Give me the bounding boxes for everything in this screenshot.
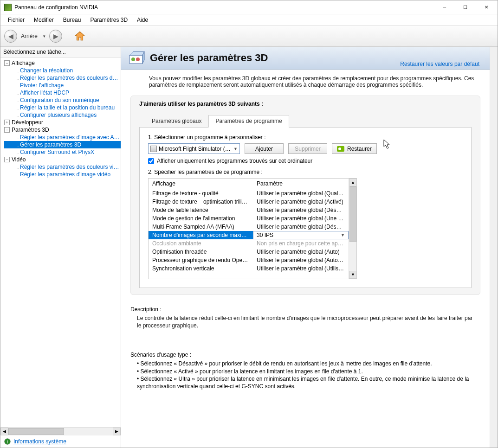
setting-name: Filtrage de texture – optimisation trili…	[149, 198, 253, 206]
setting-name: Multi-Frame Sampled AA (MFAA)	[149, 223, 253, 231]
tree-item[interactable]: Régler les paramètres des couleurs du bu…	[4, 74, 121, 82]
setting-name: Occlusion ambiante	[149, 239, 253, 248]
scroll-left-icon[interactable]: ◀	[0, 428, 8, 435]
titlebar: Panneau de configuration NVIDIA ─ ☐ ✕	[0, 0, 498, 14]
scroll-up-icon[interactable]: ▲	[349, 179, 357, 186]
nvidia-icon	[4, 4, 12, 11]
table-row[interactable]: Synchronisation verticaleUtiliser le par…	[149, 264, 349, 273]
svg-text:i: i	[7, 439, 8, 444]
scroll-thumb[interactable]	[349, 186, 356, 242]
sidebar-hscrollbar[interactable]: ◀ ▶	[0, 427, 121, 435]
setting-value: Non pris en charge pour cette applicatio…	[253, 239, 349, 248]
table-row[interactable]: Mode de gestion de l'alimentationUtilise…	[149, 214, 349, 223]
tree-group-3d[interactable]: − Paramètres 3D	[4, 126, 121, 134]
table-row[interactable]: Mode de faible latenceUtiliser le paramè…	[149, 206, 349, 214]
tree-group-affichage[interactable]: − Affichage	[4, 59, 121, 67]
tree-item[interactable]: Régler les paramètres d'image vidéo	[4, 171, 121, 178]
toolbar: ◀ Arrière ▾ ▶	[0, 26, 498, 47]
info-icon: i	[4, 438, 11, 445]
scroll-down-icon[interactable]: ▼	[349, 271, 357, 279]
description-head: Description :	[130, 306, 477, 313]
collapse-icon[interactable]: −	[4, 60, 10, 66]
toolbar-separator	[68, 29, 68, 43]
system-info-link[interactable]: Informations système	[13, 438, 66, 445]
setting-value[interactable]: 30 IPS▼	[253, 231, 349, 239]
panel-head: J'aimerais utiliser les paramètres 3D su…	[139, 101, 472, 111]
setting-name: Mode de faible latence	[149, 206, 253, 214]
setting-value: Utiliser le paramètre global (Autosélect…	[253, 256, 349, 264]
only-installed-input[interactable]	[148, 158, 154, 164]
tree-item-selected[interactable]: Gérer les paramètres 3D	[4, 141, 121, 148]
table-row[interactable]: Multi-Frame Sampled AA (MFAA)Utiliser le…	[149, 223, 349, 231]
tree-item[interactable]: Afficher l'état HDCP	[4, 89, 121, 96]
only-installed-checkbox[interactable]: Afficher uniquement les programmes trouv…	[148, 158, 463, 164]
tree-item[interactable]: Configuration du son numérique	[4, 96, 121, 104]
menu-bureau[interactable]: Bureau	[58, 15, 86, 25]
scenarios-head: Scénarios d'usage type :	[130, 352, 477, 358]
menu-parametres-3d[interactable]: Paramètres 3D	[85, 15, 132, 25]
maximize-button[interactable]: ☐	[455, 0, 476, 14]
history-dropdown-icon[interactable]: ▾	[43, 34, 45, 38]
menu-modifier[interactable]: Modifier	[29, 15, 58, 25]
table-row[interactable]: Filtrage de texture – optimisation trili…	[149, 198, 349, 206]
setting-name: Processeur graphique de rendu OpenGL	[149, 256, 253, 264]
back-label: Arrière	[21, 33, 38, 39]
setting-name: Filtrage de texture - qualité	[149, 189, 253, 198]
description-section: Description : Le contrôle de la latence …	[121, 300, 490, 333]
minimize-button[interactable]: ─	[434, 0, 455, 14]
window-title: Panneau de configuration NVIDIA	[14, 4, 434, 11]
tree-item[interactable]: Régler les paramètres des couleurs vidéo	[4, 163, 121, 171]
content-vscrollbar[interactable]	[490, 47, 498, 448]
tab-global[interactable]: Paramètres globaux	[145, 115, 208, 128]
table-row[interactable]: Nombre d'images par seconde maximal30 IP…	[149, 231, 349, 239]
tab-program[interactable]: Paramètres de programme	[208, 115, 289, 128]
tree-item[interactable]: Régler la taille et la position du burea…	[4, 104, 121, 111]
tree-item[interactable]: Configurer plusieurs affichages	[4, 111, 121, 119]
table-row[interactable]: Filtrage de texture - qualitéUtiliser le…	[149, 189, 349, 198]
description-body: Le contrôle de la latence réduit celle-c…	[130, 314, 477, 329]
tree-group-video[interactable]: − Vidéo	[4, 156, 121, 163]
settings-3d-icon	[127, 49, 145, 67]
forward-button[interactable]: ▶	[49, 30, 62, 43]
menubar: Fichier Modifier Bureau Paramètres 3D Ai…	[0, 14, 498, 26]
tree-item[interactable]: Pivoter l'affichage	[4, 82, 121, 89]
expand-icon[interactable]: +	[4, 120, 10, 125]
table-row[interactable]: Processeur graphique de rendu OpenGLUtil…	[149, 256, 349, 264]
table-row[interactable]: Occlusion ambianteNon pris en charge pou…	[149, 239, 349, 248]
menu-aide[interactable]: Aide	[132, 15, 153, 25]
app-window: Panneau de configuration NVIDIA ─ ☐ ✕ Fi…	[0, 0, 498, 448]
table-vscrollbar[interactable]: ▲ ▼	[349, 179, 356, 279]
sidebar-footer: i Informations système	[0, 435, 121, 448]
setting-value: Utiliser le paramètre global (Activé)	[253, 198, 349, 206]
setting-name: Mode de gestion de l'alimentation	[149, 214, 253, 223]
tree-item[interactable]: Régler les paramètres d'image avec Aperç…	[4, 134, 121, 141]
tree-group-developpeur[interactable]: + Développeur	[4, 119, 121, 126]
scenario-item: • Sélectionnez « Activé » pour prioriser…	[137, 368, 477, 375]
restore-button[interactable]: Restaurer	[332, 143, 377, 154]
step1-label: 1. Sélectionner un programme à personnal…	[148, 134, 463, 141]
restore-defaults-link[interactable]: Restaurer les valeurs par défaut	[400, 61, 479, 67]
table-row[interactable]: Optimisation threadéeUtiliser le paramèt…	[149, 248, 349, 256]
close-button[interactable]: ✕	[476, 0, 497, 14]
add-button[interactable]: Ajouter	[245, 143, 284, 154]
home-icon[interactable]	[74, 30, 86, 42]
scroll-thumb[interactable]	[8, 428, 64, 435]
program-select[interactable]: Microsoft Flight Simulator (Micro... ▼	[148, 143, 240, 154]
sidebar-head: Sélectionnez une tâche...	[0, 47, 121, 58]
setting-name: Synchronisation verticale	[149, 264, 253, 273]
collapse-icon[interactable]: −	[4, 127, 10, 133]
tree-item[interactable]: Changer la résolution	[4, 67, 121, 74]
tree-item[interactable]: Configurer Surround et PhysX	[4, 148, 121, 156]
nvidia-eye-icon	[337, 146, 344, 152]
scroll-right-icon[interactable]: ▶	[113, 428, 121, 435]
task-tree[interactable]: − Affichage Changer la résolution Régler…	[0, 58, 121, 427]
back-button[interactable]: ◀	[4, 30, 17, 43]
remove-button: Supprimer	[288, 143, 327, 154]
svg-point-5	[131, 58, 135, 61]
collapse-icon[interactable]: −	[4, 157, 10, 162]
menu-fichier[interactable]: Fichier	[3, 15, 29, 25]
sidebar: Sélectionnez une tâche... − Affichage Ch…	[0, 47, 121, 448]
settings-table[interactable]: Affichage Paramètre Filtrage de texture …	[148, 178, 357, 279]
setting-name: Nombre d'images par seconde maximal	[149, 231, 253, 239]
setting-value: Utiliser le paramètre global (Une puissa…	[253, 214, 349, 223]
